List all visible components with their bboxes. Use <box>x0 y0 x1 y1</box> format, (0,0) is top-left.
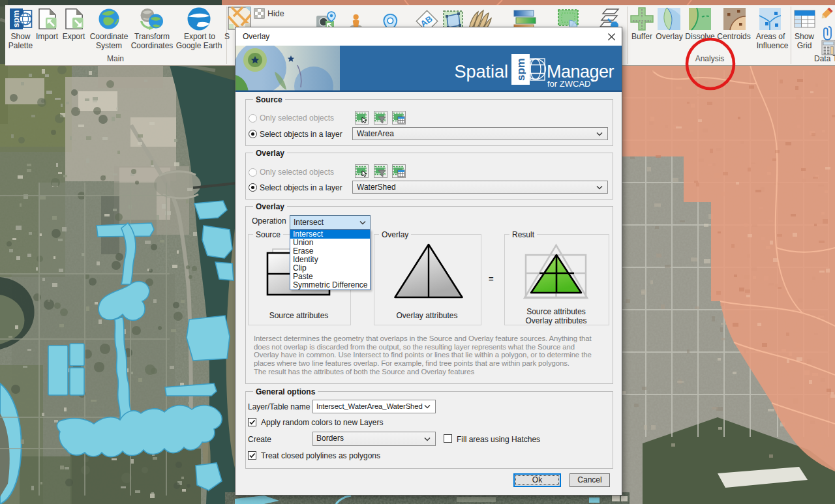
svg-text:Google Earth: Google Earth <box>176 41 222 50</box>
svg-text:®: ® <box>591 78 595 83</box>
svg-text:spm: spm <box>515 58 527 81</box>
svg-text:Grid: Grid <box>797 41 812 50</box>
svg-text:Hide: Hide <box>267 9 284 18</box>
svg-text:Main: Main <box>107 54 124 63</box>
svg-text:Export to: Export to <box>184 32 215 41</box>
svg-text:Show: Show <box>795 32 814 41</box>
svg-text:for ZWCAD: for ZWCAD <box>547 79 590 89</box>
svg-text:Palette: Palette <box>8 41 33 50</box>
svg-text:Import: Import <box>36 32 59 41</box>
svg-text:System: System <box>96 41 122 50</box>
svg-text:Coordinate: Coordinate <box>90 32 129 41</box>
svg-text:Overlay: Overlay <box>656 32 682 41</box>
svg-text:Influence: Influence <box>757 41 789 50</box>
svg-text:Areas of: Areas of <box>756 32 785 41</box>
svg-text:S: S <box>224 32 230 41</box>
svg-text:Export: Export <box>63 32 85 41</box>
svg-text:Show: Show <box>10 32 30 41</box>
svg-text:Coordinates: Coordinates <box>131 41 174 50</box>
svg-text:Spatial: Spatial <box>454 62 508 82</box>
svg-text:Buffer: Buffer <box>631 32 652 41</box>
svg-text:Transform: Transform <box>134 32 170 41</box>
svg-text:Data T: Data T <box>814 54 835 63</box>
